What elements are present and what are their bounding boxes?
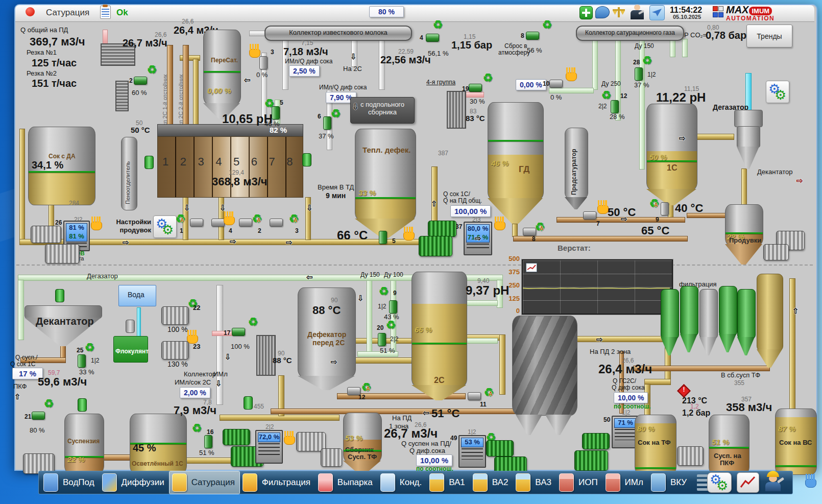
recycle-icon[interactable] [331, 108, 341, 119]
recycle-icon[interactable] [601, 90, 612, 101]
trend-chart[interactable] [522, 259, 673, 315]
gd-vessel[interactable] [488, 102, 544, 200]
alarm-scales-icon[interactable] [613, 6, 625, 18]
recycle-auto-icon[interactable] [252, 213, 262, 225]
recycle-icon[interactable] [642, 55, 652, 66]
manual-mode-hand-icon[interactable] [283, 431, 296, 445]
pump[interactable] [45, 244, 80, 263]
tepl-defek-vessel[interactable] [355, 129, 416, 221]
valve-8[interactable] [526, 32, 539, 40]
pump[interactable] [574, 450, 608, 471]
taskbar-item-filtracia[interactable]: Фильтрация [240, 471, 315, 494]
manual-mode-hand-icon[interactable] [223, 211, 236, 226]
settings-gearbox[interactable] [766, 81, 789, 103]
operator-icon[interactable] [629, 4, 645, 20]
header-value-box[interactable]: 80 % [369, 6, 404, 17]
recycle-auto-icon[interactable] [361, 382, 372, 393]
chat-icon[interactable] [595, 6, 610, 18]
valve-7[interactable] [583, 211, 596, 220]
taskbar-trend-icon[interactable] [737, 472, 759, 493]
pd-bottom-valve[interactable] [270, 219, 283, 227]
taskbar-engineer-icon[interactable] [763, 470, 786, 493]
taskbar-item-diffuzii[interactable]: Диффузии [100, 471, 169, 494]
manual-mode-hand-icon[interactable] [493, 217, 506, 231]
juice-silo[interactable] [757, 274, 783, 351]
recycle-auto-icon[interactable] [289, 213, 299, 225]
pump[interactable] [321, 448, 342, 467]
filter-silo[interactable] [680, 286, 698, 336]
valve-4[interactable] [426, 34, 439, 42]
add-icon[interactable] [579, 6, 593, 19]
valve-21[interactable] [32, 412, 45, 420]
recycle-icon[interactable] [379, 286, 389, 297]
taskbar-item-vodpod[interactable]: ВодПод [41, 471, 99, 494]
qsok-setpoint[interactable]: 100,00 % [450, 205, 491, 217]
qsuspen-setpoint[interactable]: 10,00 % [416, 454, 452, 466]
valve-28[interactable] [635, 67, 643, 81]
valve-5b[interactable] [379, 231, 387, 244]
taskbar-item-va1[interactable]: ВА1 [427, 471, 470, 494]
valve-8r[interactable] [523, 228, 536, 236]
pump[interactable] [428, 221, 456, 237]
recycle-icon[interactable] [192, 423, 202, 434]
pump[interactable] [419, 236, 452, 256]
valve-19[interactable] [469, 84, 482, 92]
silo-2c[interactable] [512, 316, 577, 416]
recycle-auto-icon[interactable] [649, 198, 660, 209]
valve-3[interactable] [259, 56, 268, 69]
valve-17[interactable] [232, 328, 245, 336]
iml-collector-setpoint[interactable]: 2,00 % [180, 387, 210, 398]
pd-bottom-valve[interactable] [190, 219, 203, 227]
taskbar-settings-icon[interactable] [707, 472, 732, 493]
valve10-setpoint[interactable]: 0,00 % [516, 79, 546, 90]
heat-exchanger[interactable] [115, 81, 129, 111]
valve-9b[interactable] [389, 300, 397, 314]
filter-silo[interactable] [661, 289, 679, 339]
taskbar-item-va3[interactable]: ВА3 [513, 471, 556, 494]
valve-11[interactable] [468, 392, 481, 400]
pump-23[interactable] [161, 341, 189, 359]
manual-mode-hand-icon[interactable] [402, 227, 416, 241]
clipboard-icon[interactable] [100, 6, 111, 19]
valve-16[interactable] [204, 435, 212, 448]
recycle-auto-icon[interactable] [535, 222, 545, 233]
recycle-icon[interactable] [386, 320, 396, 331]
send-plane-icon[interactable] [649, 5, 665, 20]
manual-mode-hand-icon[interactable] [565, 67, 578, 82]
trends-button[interactable]: Тренды [746, 25, 792, 47]
recycle-icon[interactable] [44, 398, 54, 410]
filter-silo[interactable] [719, 286, 737, 336]
valve-20[interactable] [378, 333, 386, 346]
pump[interactable] [223, 429, 250, 445]
taskbar-item-vyparka[interactable]: Выпарка [316, 471, 377, 494]
filter-silo-gray[interactable] [699, 289, 718, 339]
taskbar-item-va2[interactable]: ВА2 [470, 471, 513, 494]
recycle-icon[interactable] [147, 64, 157, 76]
valve-6[interactable] [323, 116, 331, 130]
manual-mode-hand-icon[interactable] [90, 217, 103, 231]
recycle-icon[interactable] [483, 73, 493, 84]
recycle-icon[interactable] [85, 342, 95, 353]
taskbar-item-iml[interactable]: ИМл [603, 471, 648, 494]
pump[interactable] [31, 226, 61, 243]
taskbar-item-saturacia[interactable]: Сатурация [170, 471, 239, 494]
ratio1-setpoint[interactable]: 2,50 % [289, 65, 320, 77]
taskbar-item-iop[interactable]: ИОП [557, 471, 602, 494]
valve-25[interactable] [78, 354, 86, 368]
valve-9r[interactable] [661, 202, 669, 215]
valve-5[interactable] [272, 106, 280, 119]
vfd-49[interactable]: 53 % [458, 435, 486, 468]
pd-bottom-valve[interactable] [239, 219, 252, 227]
pump[interactable] [677, 446, 704, 466]
qgs-setpoint[interactable]: 10,00 % [614, 392, 648, 403]
taskbar-item-kond[interactable]: Конд. [378, 471, 426, 494]
pump[interactable] [582, 433, 610, 449]
heat-exchanger[interactable] [256, 335, 276, 376]
recycle-icon[interactable] [248, 317, 258, 328]
purge-settings-gearbox[interactable] [153, 215, 177, 238]
recycle-auto-icon[interactable] [176, 213, 186, 225]
degasser-body[interactable] [734, 110, 763, 127]
pump[interactable] [486, 440, 514, 457]
recycle-icon[interactable] [433, 19, 443, 31]
pump[interactable] [763, 244, 789, 260]
